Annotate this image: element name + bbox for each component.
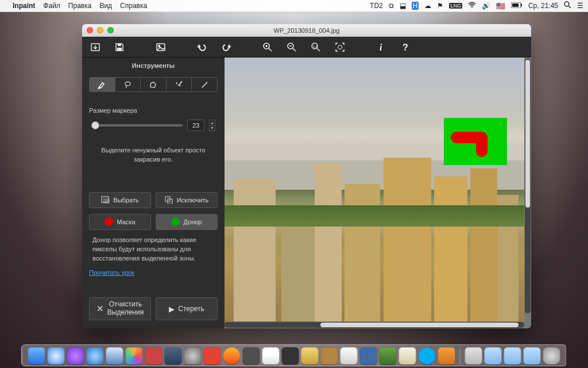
finder-icon[interactable] [28, 347, 45, 365]
folder3-icon[interactable] [524, 347, 541, 365]
app18-icon[interactable] [360, 347, 377, 365]
calendar-icon[interactable] [262, 347, 280, 365]
app22-icon[interactable] [438, 347, 455, 365]
tutorial-link[interactable]: Прочитать урок [89, 269, 218, 276]
app7-icon[interactable] [145, 347, 163, 365]
todoist-icon[interactable]: TD2 [370, 2, 383, 10]
spotlight-icon[interactable] [564, 1, 571, 10]
menu-file[interactable]: Файл [43, 2, 60, 10]
folder2-icon[interactable] [504, 347, 521, 365]
app-store-icon[interactable] [87, 347, 104, 365]
svg-point-27 [180, 85, 180, 85]
flag-icon[interactable]: ⚑ [437, 2, 443, 10]
lang-icon[interactable]: LNG [449, 3, 462, 9]
play-icon: ▶ [169, 305, 175, 313]
minimize-icon[interactable] [97, 27, 103, 33]
clear-selection-button[interactable]: ✕ ОтчиститьВыделения [89, 297, 151, 320]
marker-size-stepper[interactable]: ▲▼ [209, 120, 215, 131]
erase-button[interactable]: ▶ Стереть [156, 297, 218, 320]
zoom-icon[interactable] [107, 27, 114, 33]
marker-size-value[interactable]: 23 [187, 120, 204, 131]
lasso-tool[interactable] [115, 78, 141, 91]
svg-rect-3 [512, 3, 519, 7]
app11-icon[interactable] [223, 347, 241, 365]
app15-icon[interactable] [301, 347, 319, 365]
menu-edit[interactable]: Правка [68, 2, 92, 10]
exclude-button[interactable]: Исключить [156, 192, 218, 208]
app-menu[interactable]: Inpaint [13, 2, 35, 10]
redo-icon[interactable] [221, 42, 231, 52]
info-icon[interactable]: i [376, 42, 386, 52]
zoom-100-icon[interactable]: 1:1 [311, 42, 321, 52]
marker-tool[interactable] [90, 78, 115, 91]
svg-line-16 [293, 48, 296, 51]
hint-donor: Донор позволяет определить какие пикселы… [89, 236, 218, 263]
canvas-scrollbar-vertical[interactable] [525, 59, 531, 313]
svg-point-0 [471, 7, 473, 8]
save-icon[interactable] [114, 42, 125, 52]
titlebar[interactable]: WP_20130918_004.jpg [82, 24, 531, 37]
hint-paint: Выделите ненужный объект просто закрасив… [89, 146, 218, 164]
photos-icon[interactable] [126, 347, 143, 365]
itunes-icon[interactable] [67, 347, 84, 365]
polygon-tool[interactable] [141, 78, 167, 91]
zoom-fit-icon[interactable] [335, 42, 345, 52]
notifications-icon[interactable]: ☰ [577, 2, 583, 10]
folder1-icon[interactable] [485, 347, 502, 365]
svg-point-4 [564, 2, 569, 6]
volume-icon[interactable]: 🔊 [482, 2, 490, 10]
skype-icon[interactable] [419, 347, 436, 365]
line-tool[interactable] [192, 78, 217, 91]
battery-icon[interactable] [511, 2, 523, 10]
app8-icon[interactable] [165, 347, 182, 365]
magic-wand-tool[interactable] [167, 78, 192, 91]
1password-icon[interactable] [282, 347, 299, 365]
evernote-icon[interactable] [243, 347, 260, 365]
hazel-icon[interactable]: H [412, 2, 419, 10]
clock[interactable]: Ср, 21:45 [528, 2, 558, 10]
select-icon [101, 196, 110, 204]
safari-icon[interactable] [48, 347, 65, 365]
prefs-icon[interactable] [184, 347, 202, 365]
help-icon[interactable]: ? [400, 42, 411, 52]
svg-rect-7 [118, 44, 121, 46]
close-icon[interactable] [87, 27, 93, 33]
flag-us-icon[interactable]: 🇺🇸 [496, 2, 505, 10]
dropbox-icon[interactable]: ⬓ [400, 2, 406, 10]
wifi-icon[interactable] [468, 2, 476, 10]
cloud-icon[interactable]: ☁︎ [424, 2, 431, 10]
donor-button[interactable]: Донор [156, 214, 218, 230]
svg-rect-8 [117, 48, 122, 51]
app20-icon[interactable] [399, 347, 416, 365]
mask-button[interactable]: Маска [89, 214, 151, 230]
open-icon[interactable] [90, 42, 100, 52]
menu-help[interactable]: Справка [120, 2, 147, 10]
image-canvas[interactable] [225, 57, 531, 328]
app16-icon[interactable] [321, 347, 338, 365]
todoist-icon[interactable] [204, 347, 221, 365]
svg-rect-2 [521, 4, 522, 6]
trash-icon[interactable] [543, 347, 560, 365]
mail-icon[interactable] [106, 347, 123, 365]
select-button[interactable]: Выбрать [89, 192, 151, 208]
downloads-icon[interactable] [465, 347, 482, 365]
undo-icon[interactable] [197, 42, 207, 52]
app19-icon[interactable] [380, 347, 397, 365]
window-controls [87, 27, 114, 33]
window-title: WP_20130918_004.jpg [82, 27, 531, 34]
svg-line-5 [568, 6, 571, 8]
edited-image [225, 57, 524, 321]
zoom-in-icon[interactable] [262, 42, 273, 52]
macos-menubar: Inpaint Файл Правка Вид Справка TD2 ⧉ ⬓ … [0, 0, 588, 12]
svg-rect-30 [103, 198, 110, 204]
mail2-icon[interactable] [341, 347, 358, 365]
svg-text:?: ? [403, 43, 408, 52]
marker-size-slider[interactable] [91, 124, 183, 126]
menu-view[interactable]: Вид [99, 2, 112, 10]
zoom-out-icon[interactable] [287, 42, 297, 52]
display-icon[interactable]: ⧉ [389, 2, 394, 10]
canvas-scrollbar-horizontal[interactable] [225, 322, 524, 328]
svg-line-19 [317, 48, 320, 51]
image-icon[interactable] [156, 42, 166, 52]
donor-region[interactable] [444, 118, 507, 165]
